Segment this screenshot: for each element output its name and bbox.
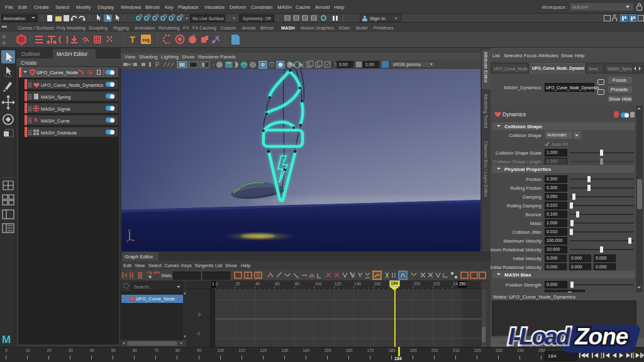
svg-text:2: 2 [130,62,133,66]
svg-text:y: y [128,228,130,232]
